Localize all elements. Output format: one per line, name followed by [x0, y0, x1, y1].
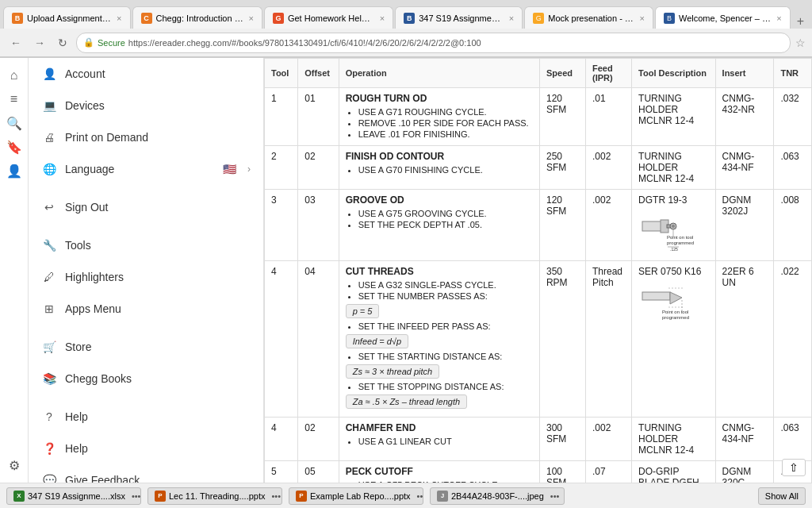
tab-close-upload[interactable]: ×	[117, 13, 121, 23]
tab-favicon-upload: B	[12, 13, 23, 24]
sidebar-item-language[interactable]: 🌐 Language 🇺🇸 ›	[29, 153, 263, 185]
taskbar-ellipsis-jpeg[interactable]: •••	[547, 490, 563, 502]
table-header-row: Tool Offset Operation Speed Feed (IPR) T…	[265, 59, 812, 88]
tab-mock[interactable]: G Mock presenation - Goo... ×	[524, 6, 653, 29]
table-row: 4 02 CHAMFER END USE A G1 LINEAR CUT 300…	[265, 418, 812, 461]
taskbar-label-pptx1: Lec 11. Threading....pptx	[169, 491, 266, 501]
op-bullet: SET THE PECK DEPTH AT .05.	[358, 220, 533, 229]
cell-tooldesc-5: TURNING HOLDER MCLNR 12-4	[632, 418, 716, 461]
op-bullet: LEAVE .01 FOR FINISHING.	[358, 129, 533, 139]
sidebar-item-account[interactable]: 👤 Account	[29, 58, 263, 90]
taskbar-ellipsis-pptx1[interactable]: •••	[269, 490, 283, 502]
content-area[interactable]: Tool Offset Operation Speed Feed (IPR) T…	[264, 58, 812, 483]
cell-speed-3: 120 SFM	[539, 190, 585, 261]
taskbar: X 347 S19 Assignme....xlsx ••• P Lec 11.…	[0, 483, 812, 508]
sidebar-item-highlighters[interactable]: 🖊 Highlighters	[29, 261, 263, 293]
tab-upload[interactable]: B Upload Assignment: Ho... ×	[3, 6, 131, 29]
tab-label-mock: Mock presenation - Goo...	[548, 13, 634, 23]
svg-text:Point on tool: Point on tool	[662, 310, 688, 314]
cell-insert-3: DGNM 3202J	[715, 190, 774, 261]
store-icon: 🛒	[41, 339, 57, 355]
jpeg-icon: J	[437, 491, 448, 502]
tab-welcome[interactable]: B Welcome, Spencer – Blac... ×	[655, 6, 791, 29]
cell-tool-4: 4	[265, 261, 298, 418]
bookmark-icon-btn[interactable]: 🔖	[3, 136, 25, 158]
tab-label-chegg: Chegg: Introduction to C...	[156, 13, 244, 23]
home-icon-btn[interactable]: ⌂	[3, 64, 25, 87]
formula-p5: p = 5	[346, 304, 380, 318]
taskbar-ellipsis-xlsx[interactable]: •••	[128, 490, 141, 502]
user-icon-btn[interactable]: 👤	[3, 160, 25, 182]
search-icon-btn[interactable]: 🔍	[3, 112, 25, 134]
sidebar-item-store[interactable]: 🛒 Store	[29, 331, 263, 363]
sidebar-label-account: Account	[65, 67, 251, 80]
tab-homework[interactable]: G Get Homework Help Wit... ×	[264, 6, 393, 29]
sidebar-item-feedback[interactable]: 💬 Give Feedback	[29, 464, 263, 483]
gear-icon-btn[interactable]: ⚙	[3, 454, 25, 476]
sidebar-item-devices[interactable]: 💻 Devices	[29, 90, 263, 121]
tab-close-chegg[interactable]: ×	[248, 13, 253, 23]
op-title-1: ROUGH TURN OD	[346, 93, 533, 104]
cell-insert-5: CNMG-434-NF	[715, 418, 774, 461]
list-icon-btn[interactable]: ≡	[3, 88, 25, 110]
sidebar-item-signout[interactable]: ↩ Sign Out	[29, 191, 263, 223]
cell-offset-3: 03	[298, 190, 339, 261]
col-tool-desc: Tool Description	[632, 59, 716, 88]
sidebar-item-apps[interactable]: ⊞ Apps Menu	[29, 293, 263, 325]
refresh-button[interactable]: ↻	[54, 35, 71, 51]
cell-operation-6: PECK CUTOFF USE A G75 PECK CUTOFF CYCLE	[339, 461, 539, 483]
formula-zs-start: Zs ≈ 3 × thread pitch	[346, 364, 440, 379]
op-bullet: USE A G75 GROOVING CYCLE.	[358, 209, 533, 218]
tab-close-347[interactable]: ×	[509, 13, 514, 23]
lock-icon: 🔒	[83, 37, 94, 48]
new-tab-button[interactable]: +	[792, 14, 809, 29]
operations-table: Tool Offset Operation Speed Feed (IPR) T…	[264, 58, 812, 483]
sidebar-item-print[interactable]: 🖨 Print on Demand	[29, 121, 263, 153]
taskbar-item-pptx2[interactable]: P Example Lab Repo....pptx •••	[289, 487, 423, 505]
table-row: 2 02 FINISH OD CONTOUR USE A G70 FINISHI…	[265, 146, 812, 190]
cell-feed-6: .07	[585, 461, 631, 483]
browser-chrome: B Upload Assignment: Ho... × C Chegg: In…	[0, 0, 812, 58]
taskbar-item-jpeg[interactable]: J 2B44A248-903F-....jpeg •••	[430, 487, 565, 505]
back-button[interactable]: ←	[6, 35, 25, 51]
taskbar-item-xlsx[interactable]: X 347 S19 Assignme....xlsx •••	[6, 487, 141, 505]
cell-tool-3: 3	[265, 190, 298, 261]
account-icon: 👤	[41, 66, 57, 82]
cell-tool-5: 4	[265, 418, 298, 461]
tab-favicon-welcome: B	[664, 13, 675, 24]
sidebar-label-print: Print on Demand	[65, 131, 251, 144]
cell-operation-5: CHAMFER END USE A G1 LINEAR CUT	[339, 418, 539, 461]
scroll-up-button[interactable]: ⇧	[782, 459, 806, 476]
forward-button[interactable]: →	[30, 35, 49, 51]
tab-chegg[interactable]: C Chegg: Introduction to C... ×	[132, 6, 262, 29]
feedback-icon: 💬	[41, 472, 57, 483]
tab-347[interactable]: B 347 S19 Assignments –... ×	[395, 6, 523, 29]
svg-point-4	[672, 225, 675, 228]
op-bullet: USE A G1 LINEAR CUT	[358, 437, 533, 446]
sidebar-item-tools[interactable]: 🔧 Tools	[29, 229, 263, 261]
cell-tool-2: 2	[265, 146, 298, 190]
bookmark-star-icon[interactable]: ☆	[795, 37, 806, 49]
cell-tooldesc-6: DO-GRIP BLADE DGFH 26-3	[632, 461, 716, 483]
tab-close-welcome[interactable]: ×	[776, 13, 781, 23]
sidebar-item-help2[interactable]: ❓ Help	[29, 433, 263, 464]
show-all-button[interactable]: Show All	[758, 487, 806, 505]
op-list-5: USE A G1 LINEAR CUT	[346, 437, 533, 446]
address-input[interactable]: 🔒 Secure https://ereader.chegg.com/#/boo…	[76, 33, 791, 53]
op-title-2: FINISH OD CONTOUR	[346, 151, 533, 162]
sidebar-label-help1: Help	[65, 410, 251, 423]
formula-zs-stop: Za ≈ .5 × Zs – thread length	[346, 394, 467, 409]
op-title-3: GROOVE OD	[346, 194, 533, 206]
apps-icon: ⊞	[41, 301, 57, 317]
sidebar-item-help1[interactable]: ? Help	[29, 401, 263, 433]
taskbar-label-xlsx: 347 S19 Assignme....xlsx	[28, 491, 125, 501]
cell-speed-4: 350 RPM	[539, 261, 585, 418]
sidebar-item-cheggbooks[interactable]: 📚 Chegg Books	[29, 363, 263, 394]
tab-close-homework[interactable]: ×	[380, 13, 385, 23]
tab-close-mock[interactable]: ×	[640, 13, 645, 23]
cell-tnr-2: .063	[774, 146, 812, 190]
op-bullet: SET THE STARTING DISTANCE AS:	[358, 352, 533, 361]
taskbar-ellipsis-pptx2[interactable]: •••	[414, 490, 423, 502]
taskbar-item-pptx1[interactable]: P Lec 11. Threading....pptx •••	[147, 487, 282, 505]
formula-infeed: Infeed = d√p	[346, 334, 408, 348]
